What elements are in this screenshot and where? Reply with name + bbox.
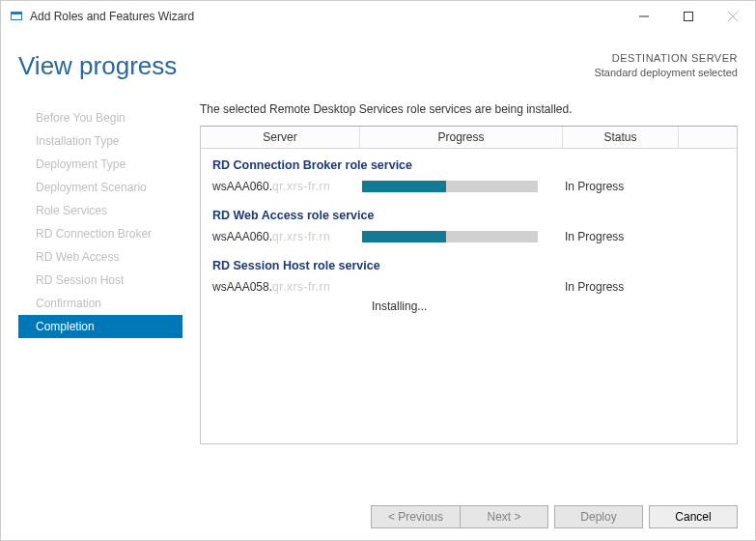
- status-text: In Progress: [565, 280, 681, 294]
- col-spacer: [679, 127, 737, 148]
- progress-bar: [362, 231, 538, 242]
- progress-pane: The selected Remote Desktop Services rol…: [200, 102, 738, 444]
- sidebar-item-deployment-scenario: Deployment Scenario: [18, 176, 182, 199]
- svg-line-6: [728, 12, 738, 21]
- progress-bar-wrap: [362, 181, 565, 192]
- destination-info: DESTINATION SERVER Standard deployment s…: [594, 51, 738, 81]
- destination-label: DESTINATION SERVER: [594, 51, 738, 66]
- sidebar-item-installation-type: Installation Type: [18, 129, 182, 153]
- table-header: Server Progress Status: [201, 127, 737, 149]
- section-title: RD Connection Broker role service: [212, 158, 725, 172]
- sidebar-item-confirmation: Confirmation: [18, 292, 182, 315]
- section-title: RD Web Access role service: [212, 209, 725, 222]
- status-text: In Progress: [565, 230, 681, 243]
- intro-text: The selected Remote Desktop Services rol…: [200, 102, 738, 116]
- section-title: RD Session Host role service: [212, 259, 725, 272]
- progress-row: wsAAA058.qr.xrs-fr.rnIn Progress: [212, 280, 725, 294]
- svg-line-5: [728, 12, 738, 21]
- sidebar-item-rd-session-host: RD Session Host: [18, 269, 182, 292]
- wizard-footer: < Previous Next > Deploy Cancel: [371, 505, 738, 528]
- sidebar-item-role-services: Role Services: [18, 199, 182, 222]
- sidebar-item-completion: Completion: [18, 315, 182, 338]
- role-section: RD Session Host role servicewsAAA058.qr.…: [201, 249, 737, 319]
- server-name: wsAAA060.qr.xrs-fr.rn: [212, 180, 362, 193]
- col-server: Server: [201, 127, 360, 148]
- sidebar-item-before-you-begin: Before You Begin: [18, 106, 182, 129]
- role-section: RD Connection Broker role servicewsAAA06…: [201, 149, 737, 199]
- server-name: wsAAA058.qr.xrs-fr.rn: [212, 280, 362, 294]
- progress-row: wsAAA060.qr.xrs-fr.rnIn Progress: [212, 180, 725, 193]
- titlebar: Add Roles and Features Wizard: [1, 1, 755, 32]
- svg-rect-2: [12, 13, 21, 14]
- close-button: [711, 1, 755, 32]
- status-subtext: Installing...: [212, 299, 725, 313]
- destination-value: Standard deployment selected: [594, 66, 738, 80]
- cancel-button[interactable]: Cancel: [649, 505, 738, 528]
- window-title: Add Roles and Features Wizard: [30, 10, 622, 23]
- role-section: RD Web Access role servicewsAAA060.qr.xr…: [201, 199, 737, 249]
- sidebar-item-rd-connection-broker: RD Connection Broker: [18, 222, 182, 245]
- svg-rect-4: [685, 13, 693, 21]
- maximize-button[interactable]: [666, 1, 711, 32]
- progress-row: wsAAA060.qr.xrs-fr.rnIn Progress: [212, 230, 725, 243]
- sidebar-item-deployment-type: Deployment Type: [18, 153, 182, 176]
- page-title: View progress: [18, 51, 177, 81]
- status-text: In Progress: [565, 180, 681, 193]
- progress-table: Server Progress Status RD Connection Bro…: [200, 126, 738, 444]
- wizard-sidebar: Before You BeginInstallation TypeDeploym…: [18, 102, 182, 444]
- progress-bar: [362, 181, 538, 192]
- previous-button: < Previous: [371, 505, 460, 528]
- server-name: wsAAA060.qr.xrs-fr.rn: [212, 230, 362, 243]
- col-progress: Progress: [360, 127, 563, 148]
- minimize-button[interactable]: [622, 1, 666, 32]
- app-icon: [9, 9, 24, 24]
- deploy-button: Deploy: [554, 505, 643, 528]
- progress-bar-wrap: [362, 231, 565, 242]
- window-controls: [622, 1, 755, 32]
- col-status: Status: [563, 127, 679, 148]
- next-button: Next >: [460, 505, 548, 528]
- sidebar-item-rd-web-access: RD Web Access: [18, 245, 182, 269]
